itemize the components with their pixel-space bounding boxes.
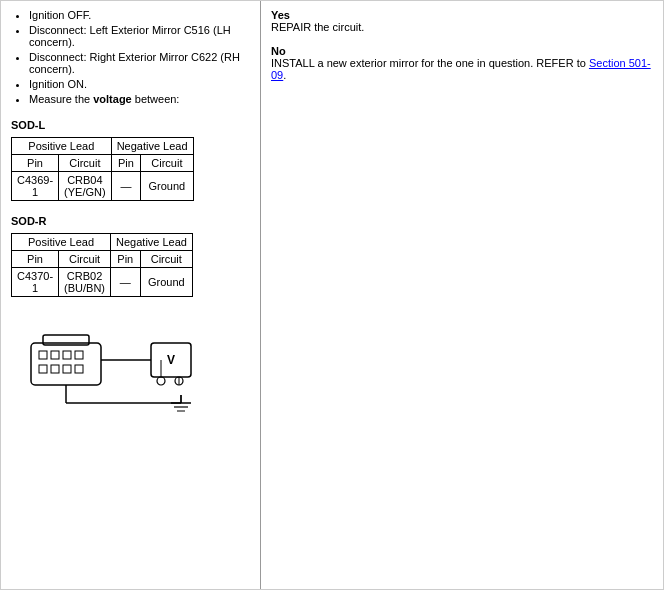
sod-r-subheader-row: Pin Circuit Pin Circuit — [12, 251, 193, 268]
left-panel: Ignition OFF. Disconnect: Left Exterior … — [1, 1, 261, 589]
instruction-item-4: Ignition ON. — [29, 78, 250, 90]
svg-rect-9 — [75, 365, 83, 373]
sod-l-circuit-col-2: Circuit — [141, 155, 193, 172]
diagram-svg: V — [21, 313, 241, 423]
sod-l-pin-col-2: Pin — [111, 155, 141, 172]
instruction-item-5: Measure the voltage between: — [29, 93, 250, 105]
sod-r-circuit-value: CRB02(BU/BN) — [59, 268, 111, 297]
sod-l-positive-lead-header: Positive Lead — [12, 138, 112, 155]
sod-l-negative-lead-header: Negative Lead — [111, 138, 193, 155]
svg-rect-2 — [39, 351, 47, 359]
instruction-item-2: Disconnect: Left Exterior Mirror C516 (L… — [29, 24, 250, 48]
instruction-item-1: Ignition OFF. — [29, 9, 250, 21]
sod-r-pin-value: C4370-1 — [12, 268, 59, 297]
sod-r-pin-col-1: Pin — [12, 251, 59, 268]
svg-rect-5 — [75, 351, 83, 359]
svg-rect-7 — [51, 365, 59, 373]
svg-rect-3 — [51, 351, 59, 359]
sod-r-header-row: Positive Lead Negative Lead — [12, 234, 193, 251]
sod-l-subheader-row: Pin Circuit Pin Circuit — [12, 155, 194, 172]
sod-r-data-row: C4370-1 CRB02(BU/BN) — Ground — [12, 268, 193, 297]
sod-r-positive-lead-header: Positive Lead — [12, 234, 111, 251]
svg-rect-8 — [63, 365, 71, 373]
instruction-item-3: Disconnect: Right Exterior Mirror C622 (… — [29, 51, 250, 75]
sod-l-circuit-col-1: Circuit — [59, 155, 112, 172]
sod-l-pin-value: C4369-1 — [12, 172, 59, 201]
svg-rect-0 — [31, 343, 101, 385]
sod-l-data-row: C4369-1 CRB04(YE/GN) — Ground — [12, 172, 194, 201]
sod-l-title: SOD-L — [11, 119, 250, 131]
sod-l-circuit-value: CRB04(YE/GN) — [59, 172, 112, 201]
main-container: Ignition OFF. Disconnect: Left Exterior … — [0, 0, 664, 590]
sod-r-table: Positive Lead Negative Lead Pin Circuit … — [11, 233, 193, 297]
sod-l-header-row: Positive Lead Negative Lead — [12, 138, 194, 155]
yes-label: Yes REPAIR the circuit. — [271, 9, 653, 33]
sod-r-negative-lead-header: Negative Lead — [111, 234, 193, 251]
svg-rect-4 — [63, 351, 71, 359]
sod-r-pin-col-2: Pin — [111, 251, 141, 268]
svg-rect-6 — [39, 365, 47, 373]
sod-l-neg-pin-value: — — [111, 172, 141, 201]
instruction-list: Ignition OFF. Disconnect: Left Exterior … — [11, 9, 250, 105]
sod-r-title: SOD-R — [11, 215, 250, 227]
no-label: No INSTALL a new exterior mirror for the… — [271, 45, 653, 81]
sod-l-table: Positive Lead Negative Lead Pin Circuit … — [11, 137, 194, 201]
sod-r-neg-pin-value: — — [111, 268, 141, 297]
sod-r-neg-circuit-value: Ground — [140, 268, 192, 297]
wiring-diagram: V — [11, 313, 250, 423]
svg-text:V: V — [166, 353, 174, 367]
sod-r-circuit-col-2: Circuit — [140, 251, 192, 268]
sod-r-circuit-col-1: Circuit — [59, 251, 111, 268]
right-panel: Yes REPAIR the circuit. No INSTALL a new… — [261, 1, 663, 589]
sod-l-pin-col-1: Pin — [12, 155, 59, 172]
svg-point-16 — [157, 377, 165, 385]
sod-l-neg-circuit-value: Ground — [141, 172, 193, 201]
